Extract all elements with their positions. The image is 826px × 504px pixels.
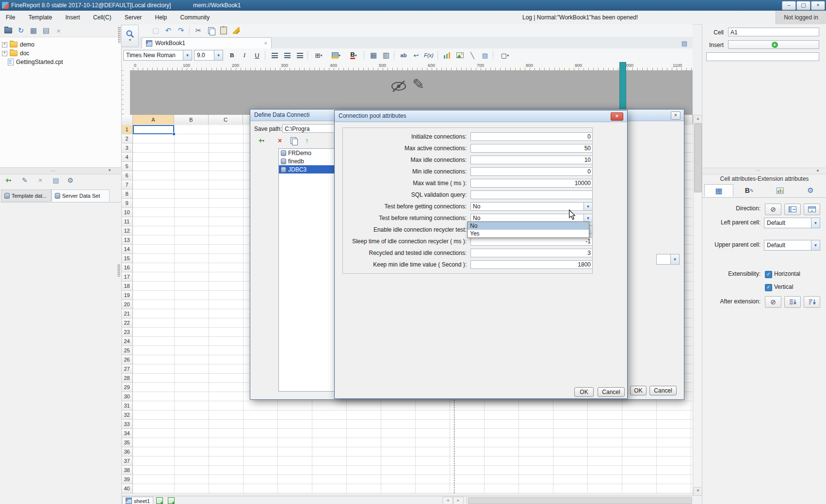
row-header-13[interactable]: 13 [121,236,132,245]
pool-field-input[interactable]: 3 [470,249,593,257]
row-header-37[interactable]: 37 [121,457,132,466]
connection-jdbc3[interactable]: JDBC3 [279,165,337,173]
row-header-28[interactable]: 28 [121,374,132,383]
row-header-2[interactable]: 2 [121,134,132,143]
pool-field-input[interactable]: 50 [470,144,593,153]
preview-icon[interactable]: ▢ [150,25,161,36]
scroll-down-button[interactable]: ▼ [693,487,703,496]
pool-field-input[interactable]: 10 [470,156,593,164]
row-header-25[interactable]: 25 [121,346,132,355]
connection-icon[interactable]: ⚙ [65,175,76,185]
tree-item-gettingstarted[interactable]: GettingStarted.cpt [8,58,63,66]
sheet-next-button[interactable]: ▸ [453,497,464,504]
cut-icon[interactable]: ✂ [193,25,204,36]
sheet-prev-button[interactable]: ◂ [442,497,453,504]
formula-button[interactable]: F(x) [423,50,435,61]
fill-handle[interactable] [172,132,176,136]
row-header-38[interactable]: 38 [121,466,132,475]
vertical-scrollbar[interactable]: ▲ ▼ [693,115,702,496]
cell-reference-input[interactable]: A1 [728,28,819,36]
after-extension-none-button[interactable]: ⊘ [765,296,781,308]
tab-close-icon[interactable]: × [264,40,267,46]
direction-horizontal-button[interactable] [784,204,801,215]
pool-field-input[interactable]: 0 [470,132,593,141]
font-color-button[interactable]: B▾ [346,50,361,61]
bold-button[interactable]: B [226,50,238,61]
tab-font-attributes[interactable]: B✎ [735,184,764,197]
direction-vertical-button[interactable] [804,204,820,215]
cancel-button[interactable]: Cancel [649,386,677,395]
merge-cells-button[interactable]: ▦ [368,50,379,61]
wrap-text-button[interactable]: ↩ [410,50,422,61]
tab-workbook1[interactable]: WorkBook1 × [142,37,272,48]
vertical-checkbox[interactable]: ✓ [765,284,772,291]
chevron-down-icon[interactable]: ▾ [670,254,679,264]
login-status[interactable]: Not logged in [776,11,826,24]
pool-field-input[interactable]: 0 [470,167,593,176]
horizontal-checkbox[interactable]: ✓ [765,271,772,278]
dropdown-option-no[interactable]: No [468,222,589,230]
insert-content-button[interactable]: + [728,40,819,49]
tab-other-attributes[interactable]: ⚙ [796,184,825,197]
formula-input[interactable] [706,52,819,61]
guide-marker[interactable] [619,62,626,116]
vertical-scrollbar-thumb[interactable] [694,124,702,192]
row-header-22[interactable]: 22 [121,318,132,328]
template-search-button[interactable]: ▾ [121,25,139,47]
selected-cell[interactable] [133,125,174,134]
new-chart-sheet-icon[interactable] [168,497,175,504]
chevron-down-icon[interactable]: ▾ [811,240,820,250]
float-element-combo[interactable]: ▢▾ [497,50,513,61]
chevron-down-icon[interactable]: ▾ [214,50,223,60]
move-up-button[interactable]: ↑ [302,136,312,145]
insert-line-button[interactable]: ╲ [467,50,478,61]
widget-button[interactable]: ab [398,50,409,61]
menu-help[interactable]: Help [149,11,173,24]
italic-button[interactable]: I [239,50,250,61]
left-parent-combo[interactable]: Default ▾ [764,218,820,228]
chevron-down-icon[interactable]: ▾ [811,218,820,228]
preview-dataset-icon[interactable]: ▤ [50,175,61,185]
align-center-button[interactable] [281,50,293,61]
row-header-17[interactable]: 17 [121,272,132,282]
pool-field-input[interactable]: 10000 [470,179,593,188]
minimize-button[interactable]: – [782,1,796,10]
row-header-5[interactable]: 5 [121,162,132,171]
select-all-corner[interactable] [121,115,133,125]
fill-color-button[interactable]: ▾ [329,50,343,61]
connection-frdemo[interactable]: FRDemo [279,149,337,157]
underline-button[interactable]: U [251,50,263,61]
row-header-36[interactable]: 36 [121,447,132,457]
sort-ascending-button[interactable] [784,296,801,308]
panel-splitter[interactable]: ⋯ ▼ [702,168,826,174]
horizontal-scrollbar-thumb[interactable] [468,497,692,504]
sort-descending-button[interactable] [804,296,820,308]
row-header-27[interactable]: 27 [121,364,132,374]
row-header-6[interactable]: 6 [121,171,132,180]
tab-cell-attributes[interactable]: ▦ [704,184,733,197]
row-header-29[interactable]: 29 [121,383,132,392]
connection-list[interactable]: FRDemo finedb JDBC3 [278,148,338,392]
chevron-down-icon[interactable]: ▾ [183,50,192,60]
row-header-21[interactable]: 21 [121,309,132,318]
row-header-24[interactable]: 24 [121,337,132,346]
horizontal-scrollbar[interactable] [467,496,693,504]
ok-button[interactable]: OK [574,387,594,397]
row-header-18[interactable]: 18 [121,282,132,291]
direction-none-button[interactable]: ⊘ [765,204,781,215]
dropdown-option-yes[interactable]: Yes [468,230,589,237]
close-button[interactable]: × [811,1,825,10]
unmerge-cells-button[interactable]: ▥ [380,50,392,61]
tree-item-doc[interactable]: + doc [2,49,29,58]
panel-splitter[interactable]: ⋯ ▼ [0,167,121,174]
maximize-button[interactable]: ▢ [796,1,810,10]
insert-chart-button[interactable] [441,50,453,61]
report-icon[interactable]: ▤ [41,25,51,36]
column-header-b[interactable]: B [174,115,209,125]
chevron-down-icon[interactable]: ▾ [583,203,592,210]
save-path-input[interactable]: C:\Progra [282,124,340,133]
menu-community[interactable]: Community [175,11,216,24]
menu-template[interactable]: Template [23,11,58,24]
tab-present-attributes[interactable] [765,184,794,197]
row-header-8[interactable]: 8 [121,189,132,199]
